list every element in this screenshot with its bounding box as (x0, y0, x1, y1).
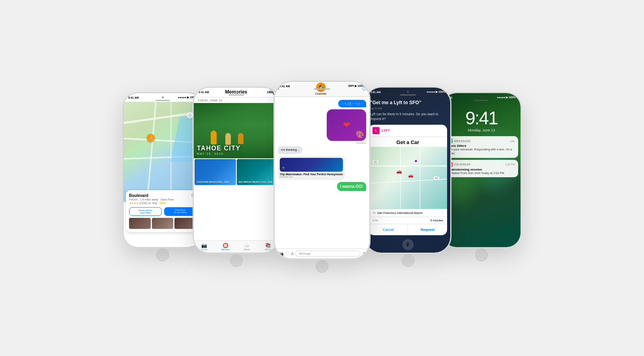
lyft-header: L LYFT (369, 125, 447, 137)
msg-delivered: Delivered (278, 142, 366, 144)
lyft-eta-value: 5 minutes (430, 219, 443, 222)
lyft-eta-label: ETA (373, 219, 378, 222)
msg-bubble-3: I wanna GO! (337, 182, 366, 191)
maps-restaurant-info: French · 1.8 miles away · Open Now (129, 198, 196, 201)
lyft-logo: L (373, 127, 380, 134)
lock-notif-messages-appname: MESSAGES (454, 140, 471, 142)
msg-link-site: jetsetter.com (280, 176, 343, 178)
lock-notif-messages-header: 💬 MESSAGES now (448, 139, 515, 143)
photos-sub1-label: TOGETHER BEACH 2012 - 2016 (197, 181, 229, 184)
lyft-action-buttons: Cancel Request (369, 224, 447, 235)
phone-photos: 9:41 AM 100% Memories 🔍 TODAY, JUNE 13 (194, 88, 279, 253)
messages-input-bar: 📷 ♡ A iMessage 🎙 (275, 248, 369, 259)
lock-notif-messages-time: now (510, 140, 515, 142)
lyft-request-button[interactable]: Request (408, 224, 447, 235)
phone-photos-wrapper: 9:41 AM 100% Memories 🔍 TODAY, JUNE 13 (194, 88, 279, 268)
lock-notif-calendar-title: Brainstorming session (448, 168, 515, 171)
maps-rating: ★★★★ (2230) on Yelp · $$$$ (129, 202, 196, 205)
photos-screen: 9:41 AM 100% Memories 🔍 TODAY, JUNE 13 (194, 88, 279, 253)
photos-date-label: TODAY, JUNE 13 (194, 97, 279, 103)
tahoe-title: TAHOE CITY (197, 145, 275, 152)
lock-notif-calendar-body: Invitation From Ben Stott Today at 2:00 … (448, 171, 515, 175)
photos-main-image[interactable]: TAHOE CITY MAY 29, 2016 (194, 103, 279, 158)
phone3-home-button[interactable] (316, 260, 328, 273)
messages-status-right: WiFi ▶ 100% (348, 84, 365, 88)
phone-siri-wrapper: 9:41 AM ●●●●● ▶ 100% "Get me a Lyft to S… (365, 88, 450, 268)
msg-image-1: ❤ 🎨 (327, 109, 366, 141)
siri-tap-edit[interactable]: tap to edit (370, 107, 446, 110)
lock-notif-messages-body: Got your voicemail. Responding with a te… (448, 148, 515, 156)
lyft-to-row: To San Francisco International Airport › (369, 209, 447, 217)
msg-mic-icon[interactable]: 🎙 (362, 251, 366, 256)
phone2-home-button[interactable] (230, 254, 243, 267)
msg-heart-icon[interactable]: ♡ (285, 251, 289, 256)
maps-thumbnails (129, 218, 196, 229)
lyft-cars: 🚗 (396, 169, 402, 174)
phone-maps: 9:41 AM ●●●●● ▶ 100% 🍴 ⓘ ➤ (124, 93, 202, 247)
phone-siri: 9:41 AM ●●●●● ▶ 100% "Get me a Lyft to S… (365, 88, 450, 253)
lock-date: Monday, June 13 (442, 128, 520, 132)
siri-quote-area: "Get me a Lyft to SFO" tap to edit (365, 96, 450, 111)
tahoe-overlay: TAHOE CITY MAY 29, 2016 (197, 145, 275, 155)
map-background: 🍴 ⓘ ➤ (124, 102, 202, 202)
msg-bubble-1: ～ ∿ ∫ ∑ ～ ∿ ∫ ～ (338, 100, 366, 107)
messages-contact-name: Charlotte (315, 92, 326, 95)
phone-lock-wrapper: 9:41 ●●●●● ▶ 100% 9:41 Monday, June 13 💬… (442, 93, 520, 263)
photos-status-time: 9:41 AM (198, 91, 209, 94)
lyft-to-value: San Francisco International Airport (377, 211, 442, 215)
siri-status-right: ●●●●● ▶ 100% (427, 90, 446, 94)
lock-time-area: 9:41 Monday, June 13 (442, 102, 520, 132)
messages-screen: 9:41 AM WiFi ▶ 100% ‹ 👩 Charlotte ⓘ ～ ∿ … (275, 82, 369, 259)
lock-notif-calendar-app: 📅 CALENDAR (448, 162, 471, 167)
map-thumb-1 (129, 218, 151, 229)
siri-quote: "Get me a Lyft to SFO" (370, 99, 446, 106)
tab-photos[interactable]: 📷 Photos (194, 241, 215, 253)
msg-app-icon[interactable]: A (291, 251, 294, 256)
maps-restaurant-name: Boulevard (129, 193, 196, 198)
msg-camera-icon[interactable]: 📷 (278, 251, 284, 257)
lock-notif-messages-app: 💬 MESSAGES (448, 139, 471, 143)
photos-sub2-label: SEA BRIGHT BEACH 11/14, 2016 (239, 181, 272, 184)
phone1-home-button[interactable] (156, 249, 169, 261)
lock-notifications: 💬 MESSAGES now Chris Sillers Got your vo… (445, 136, 518, 177)
maps-info-card: ✕ Boulevard French · 1.8 miles away · Op… (126, 190, 199, 232)
lock-notif-messages[interactable]: 💬 MESSAGES now Chris Sillers Got your vo… (445, 136, 518, 158)
msg-link-card[interactable]: 🌴 Trip Matchmaker: Find Your Perfect Hon… (278, 156, 345, 180)
lyft-map: 101 101 🚗 🚗 (369, 147, 447, 209)
siri-status-time: 9:41 AM (370, 91, 381, 94)
lock-notif-calendar-time: 2:00 PM (505, 163, 515, 166)
map-thumb-3 (174, 218, 196, 229)
tahoe-date: MAY 29, 2016 (197, 152, 275, 155)
tab-shared[interactable]: ☁️ Shared (236, 241, 258, 253)
directions-button[interactable]: Directions 23 min drive (164, 207, 196, 216)
msg-link-title: Trip Matchmaker: Find Your Perfect Honey… (280, 173, 343, 176)
maps-status-time: 9:41 AM (128, 96, 139, 99)
messages-status-time: 9:41 AM (279, 85, 290, 88)
maps-screen: 9:41 AM ●●●●● ▶ 100% 🍴 ⓘ ➤ (124, 93, 202, 247)
tab-memories[interactable]: ⭕ Memories (215, 241, 236, 253)
phone-lock: 9:41 ●●●●● ▶ 100% 9:41 Monday, June 13 💬… (442, 93, 520, 247)
lyft-to-label: To (373, 211, 376, 215)
maps-info-icon[interactable]: ⓘ (187, 112, 193, 118)
phone-messages: 9:41 AM WiFi ▶ 100% ‹ 👩 Charlotte ⓘ ～ ∿ … (275, 82, 369, 259)
phone-maps-wrapper: 9:41 AM ●●●●● ▶ 100% 🍴 ⓘ ➤ (124, 93, 202, 263)
lyft-header-text: LYFT (382, 129, 390, 132)
reservations-button[interactable]: Reservations OpenTable (129, 207, 162, 216)
siri-mic-button[interactable]: 🎙 (402, 239, 414, 250)
siri-screen: 9:41 AM ●●●●● ▶ 100% "Get me a Lyft to S… (365, 88, 450, 253)
msg-bubble-2: I'm thinking... (278, 146, 303, 154)
photos-sub-1[interactable]: TOGETHER BEACH 2012 - 2016 (195, 159, 236, 185)
lyft-cancel-button[interactable]: Cancel (369, 224, 408, 235)
maps-action-buttons: Reservations OpenTable Directions 23 min… (129, 207, 196, 216)
phone4-home-button[interactable] (402, 254, 414, 267)
lock-notif-calendar[interactable]: 📅 CALENDAR 2:00 PM Brainstorming session… (445, 160, 518, 178)
photos-tab-bar: 📷 Photos ⭕ Memories ☁️ Shared 📚 Albums (194, 240, 279, 253)
lyft-eta-row: ETA 5 minutes (369, 217, 447, 224)
msg-link-thumbnail: 🌴 (280, 158, 343, 172)
phone5-home-button[interactable] (475, 249, 488, 261)
photos-sub-2[interactable]: SEA BRIGHT BEACH 11/14, 2016 (237, 159, 278, 185)
messages-input[interactable]: iMessage (295, 251, 360, 257)
lyft-card: L LYFT Get a Car 101 101 🚗 (369, 125, 447, 235)
phone-messages-wrapper: 9:41 AM WiFi ▶ 100% ‹ 👩 Charlotte ⓘ ～ ∿ … (275, 82, 369, 274)
lock-screen: 9:41 ●●●●● ▶ 100% 9:41 Monday, June 13 💬… (442, 93, 520, 247)
